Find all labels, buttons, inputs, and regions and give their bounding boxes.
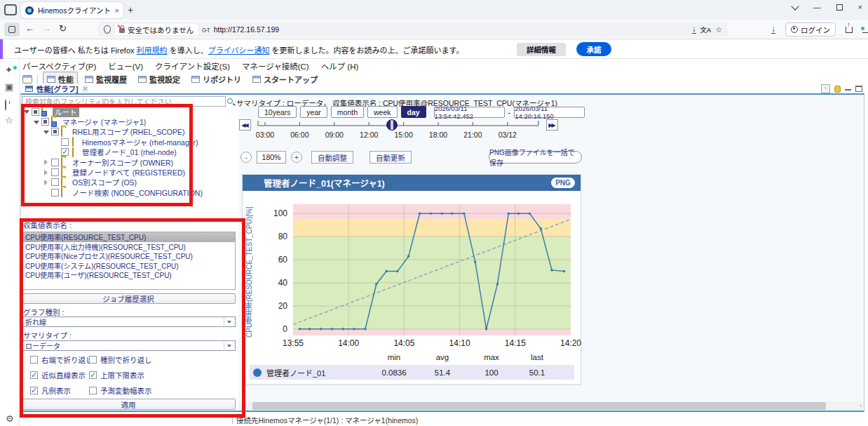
navbar-right: ↓ ログイン [771,22,862,37]
view-tab-close-icon[interactable]: × [82,86,89,93]
view-toolbar-icons: ᵗ [821,84,862,93]
window-maximize-icon[interactable] [836,4,843,11]
search-icon[interactable] [227,98,233,104]
png-save-button[interactable]: PNG画像ファイルを一括で保存 [489,151,582,164]
reload-icon[interactable]: ↻ [59,23,67,34]
table-icon [252,76,261,83]
notification-accent-stripe [0,39,3,59]
stats-value: 0.0836 [381,368,406,377]
timeline-next-button[interactable]: ▶▶ [546,119,558,131]
date-separator: - [508,108,511,117]
hinemos-favicon [25,6,34,15]
date-from-field[interactable]: 2026/03/11 13:54:42.452 [434,107,505,118]
ai-chat-icon[interactable]: ✦ [5,65,13,75]
list-tabs-icon[interactable] [791,2,799,10]
url-text: http://172.16.57.199 [214,25,279,34]
menu-item-3[interactable]: マネージャ接続(C) [242,60,309,72]
forward-icon[interactable]: → [42,23,51,34]
range-button-week[interactable]: week [367,106,398,118]
zoom-in-button[interactable]: + [291,152,302,163]
annotation-rect-settings [20,218,245,418]
view-tab-label: 性能[グラフ] [36,84,79,94]
plot-area [293,204,571,335]
auto-adjust-button[interactable]: 自動調整 [311,151,353,164]
x-tick-label: 13:55 [283,338,304,348]
bookmarks-star-icon[interactable]: ☆ [5,115,13,126]
menu-item-0[interactable]: パースペクティブ(P) [22,60,96,72]
window-minimize-icon[interactable]: — [813,3,821,11]
notification-text: ユーザーの皆様へ 私たちは Firefox 利用規約 を導入し、プライバシー通知… [14,44,463,55]
auto-update-button[interactable]: 自動更新 [369,151,412,164]
zoom-out-button[interactable]: - [240,152,252,163]
terms-link[interactable]: 利用規約 [137,46,168,55]
date-to-field[interactable]: 2026/03/11 14:20:16.150 [514,107,585,118]
scrollbar-thumb[interactable] [252,402,826,410]
stats-value: 100 [484,368,498,377]
stats-value: 51.4 [435,368,450,377]
save-page-icon[interactable]: ↓ [692,25,696,34]
bookmark-star-icon[interactable]: ☆ [715,25,722,34]
firefox-sidebar: ✦ ▣ ☆ [0,59,20,426]
login-label: ログイン [801,25,830,35]
back-icon[interactable]: ← [25,23,34,34]
history-clock-icon[interactable] [5,99,6,111]
x-tick-label: 14:05 [393,338,414,348]
legend-stats-row[interactable]: 管理者ノード_01 0.083651.410050.1 [250,365,574,380]
table-icon [191,76,200,83]
menu-item-1[interactable]: ビュー(V) [108,60,143,72]
sidebar-toggle-icon[interactable] [4,22,20,36]
view-tab-row [20,84,864,94]
scope-tree-toggle-icon[interactable]: ᵗ [821,84,830,93]
timeline-handle[interactable] [386,119,398,131]
stats-value: 50.1 [529,368,545,377]
png-badge[interactable]: PNG [551,178,575,188]
notification-accept-button[interactable]: 承諾 [576,42,611,56]
y-tick-label: 100 [273,208,287,218]
share-icon[interactable] [846,27,853,33]
account-login-button[interactable]: ログイン [785,22,836,36]
range-button-month[interactable]: month [331,106,364,118]
notification-details-button[interactable]: 詳細情報 [517,43,566,56]
view-minimize-icon[interactable] [845,85,851,91]
node-filter-icon[interactable] [834,86,841,93]
horizontal-scrollbar[interactable]: ◀ › [238,401,864,411]
range-button-10years[interactable]: 10years [258,106,297,118]
new-tab-button[interactable]: + [128,4,133,15]
menu-item-4[interactable]: ヘルプ (H) [321,60,359,72]
timeline-tick-label: 12:00 [360,131,378,139]
firefox-view-icon[interactable] [4,4,17,15]
chart-title: 管理者ノード_01(マネージャ1) [264,176,385,189]
security-chip[interactable]: 安全ではありません [115,24,198,35]
stats-header-min: min [388,353,401,361]
sidebar-settings-gear-icon[interactable]: ⚙ [6,413,14,424]
y-tick-label: 60 [278,255,287,265]
range-button-year[interactable]: year [300,106,327,118]
tab-title: Hinemosクライアント [38,5,111,15]
view-maximize-icon[interactable] [855,86,862,92]
downloads-icon[interactable]: ↓ [771,25,775,34]
perspective-icon[interactable] [22,75,32,84]
timeline-tick-label: 21:00 [463,131,482,139]
privacy-link[interactable]: プライバシー通知 [208,46,270,55]
timeline-tick-label: 03/12 [499,131,517,139]
shield-icon[interactable] [104,25,111,34]
synced-tabs-icon[interactable]: ▣ [5,81,13,92]
browser-tab[interactable]: Hinemosクライアント × [21,2,123,18]
timeline-tick-label: 09:00 [325,131,344,139]
view-tab-performance-graph[interactable]: 性能[グラフ] × [21,84,93,94]
toolbar-separator [37,74,38,84]
range-button-day[interactable]: day [401,106,426,118]
stats-headers: minavgmaxlast [243,353,582,363]
table-icon [138,76,147,83]
menu-item-2[interactable]: クライアント設定(S) [155,60,230,72]
url-bar[interactable]: 安全ではありません o-т http://172.16.57.199 ↓ 文A … [98,22,728,37]
timeline-tick-label: 15:00 [394,131,412,139]
tab-close-icon[interactable]: × [115,6,119,15]
view-window-icon [25,86,33,92]
insecure-lock-icon [119,28,125,33]
window-close-icon[interactable]: × [858,3,862,11]
scroll-right-icon[interactable]: › [860,403,862,409]
zoom-level[interactable]: 180% [257,151,286,164]
translate-icon[interactable]: 文A [700,25,712,34]
chart-title-bar: 管理者ノード_01(マネージャ1) [243,175,581,191]
